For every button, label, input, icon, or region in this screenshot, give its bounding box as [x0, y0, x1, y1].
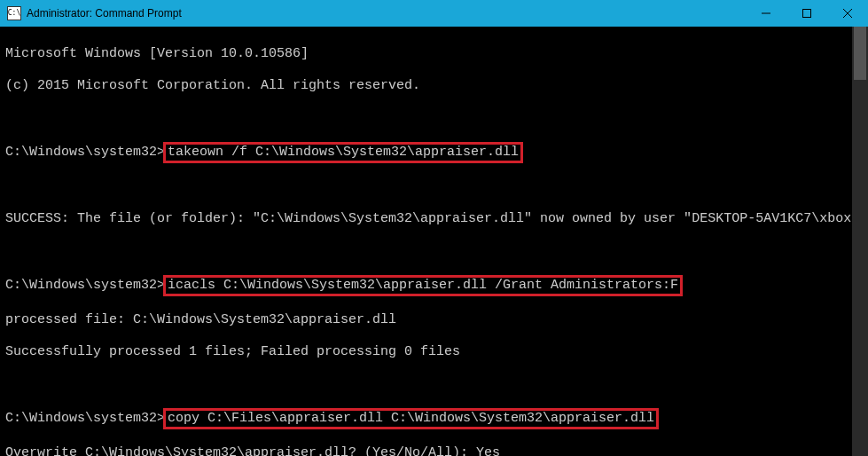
- close-button[interactable]: [827, 0, 868, 27]
- output-line: Overwrite C:\Windows\System32\appraiser.…: [5, 445, 847, 456]
- command-line: C:\Windows\system32>takeown /f C:\Window…: [5, 142, 847, 163]
- blank-line: [5, 376, 847, 392]
- scrollbar-thumb[interactable]: [854, 27, 866, 80]
- command-line: C:\Windows\system32>copy C:\Files\apprai…: [5, 408, 847, 429]
- output-line: SUCCESS: The file (or folder): "C:\Windo…: [5, 211, 847, 227]
- prompt: C:\Windows\system32>: [5, 278, 165, 293]
- command-line: C:\Windows\system32>icacls C:\Windows\Sy…: [5, 275, 847, 296]
- highlighted-command: copy C:\Files\appraiser.dll C:\Windows\S…: [163, 408, 659, 429]
- terminal-output[interactable]: Microsoft Windows [Version 10.0.10586] (…: [0, 27, 868, 456]
- prompt: C:\Windows\system32>: [5, 145, 165, 160]
- highlighted-command: takeown /f C:\Windows\System32\appraiser…: [163, 142, 523, 163]
- scrollbar[interactable]: [852, 27, 868, 456]
- cmd-icon: C:\: [7, 6, 21, 20]
- blank-line: [5, 179, 847, 195]
- blank-line: [5, 110, 847, 126]
- prompt: C:\Windows\system32>: [5, 411, 165, 426]
- highlighted-command: icacls C:\Windows\System32\appraiser.dll…: [163, 275, 683, 296]
- output-line: processed file: C:\Windows\System32\appr…: [5, 312, 847, 328]
- output-line: Successfully processed 1 files; Failed p…: [5, 344, 847, 360]
- svg-rect-1: [803, 10, 811, 18]
- minimize-button[interactable]: [746, 0, 786, 27]
- blank-line: [5, 243, 847, 259]
- output-line: (c) 2015 Microsoft Corporation. All righ…: [5, 78, 847, 94]
- window-titlebar: C:\ Administrator: Command Prompt: [0, 0, 868, 27]
- maximize-button[interactable]: [786, 0, 827, 27]
- window-title: Administrator: Command Prompt: [27, 7, 182, 20]
- output-line: Microsoft Windows [Version 10.0.10586]: [5, 46, 847, 62]
